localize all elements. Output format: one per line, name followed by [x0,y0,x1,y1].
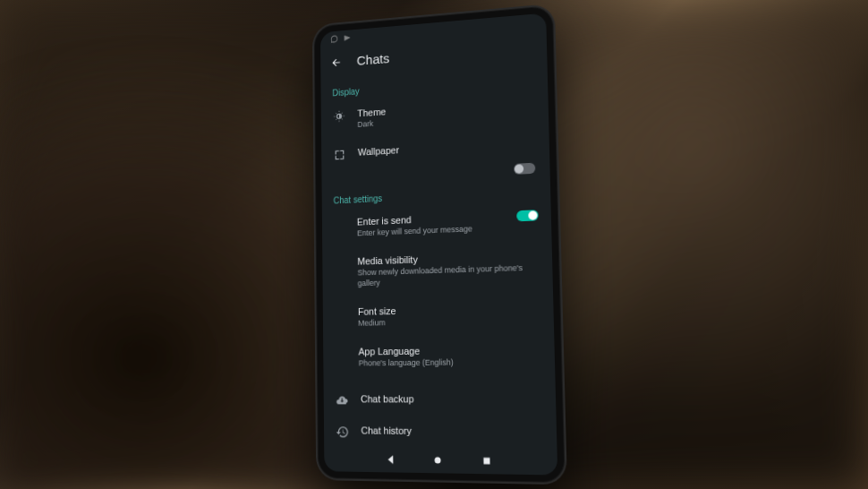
phone-device: Chats Display Theme Dark Wallpaper [314,5,566,483]
page-title: Chats [357,51,390,68]
font-size-label: Font size [358,301,540,318]
nav-recents-icon[interactable] [480,454,492,468]
media-visibility-label: Media visibility [357,249,540,268]
android-nav-bar [324,446,557,475]
setting-chat-history[interactable]: Chat history [324,416,557,449]
theme-icon [333,109,346,124]
app-language-label: App Language [358,343,541,358]
wallpaper-icon [333,148,346,162]
svg-point-0 [435,457,441,463]
nav-back-icon[interactable] [384,453,396,466]
enter-send-toggle[interactable] [516,210,539,221]
setting-font-size[interactable]: Font size Medium [323,292,554,337]
setting-media-visibility[interactable]: Media visibility Show newly downloaded m… [322,240,553,297]
chat-history-label: Chat history [361,424,543,438]
toggle-knob [528,210,537,220]
media-visibility-subtitle: Show newly downloaded media in your phon… [357,263,540,289]
settings-content: Display Theme Dark Wallpaper [320,62,557,449]
whatsapp-status-icon [330,34,338,43]
cloud-backup-icon [336,393,349,408]
history-icon [336,425,349,439]
toggle-knob [515,164,523,174]
setting-app-language[interactable]: App Language Phone's language (English) [323,334,555,377]
misc-toggle[interactable] [514,163,535,175]
nav-home-icon[interactable] [431,454,444,468]
wallpaper-label: Wallpaper [358,135,537,159]
chat-backup-label: Chat backup [361,392,543,406]
back-icon[interactable] [330,56,342,68]
svg-rect-1 [483,458,489,464]
setting-chat-backup[interactable]: Chat backup [324,383,557,416]
phone-screen: Chats Display Theme Dark Wallpaper [320,13,557,475]
app-language-value: Phone's language (English) [359,356,542,369]
play-store-status-icon [344,33,352,42]
